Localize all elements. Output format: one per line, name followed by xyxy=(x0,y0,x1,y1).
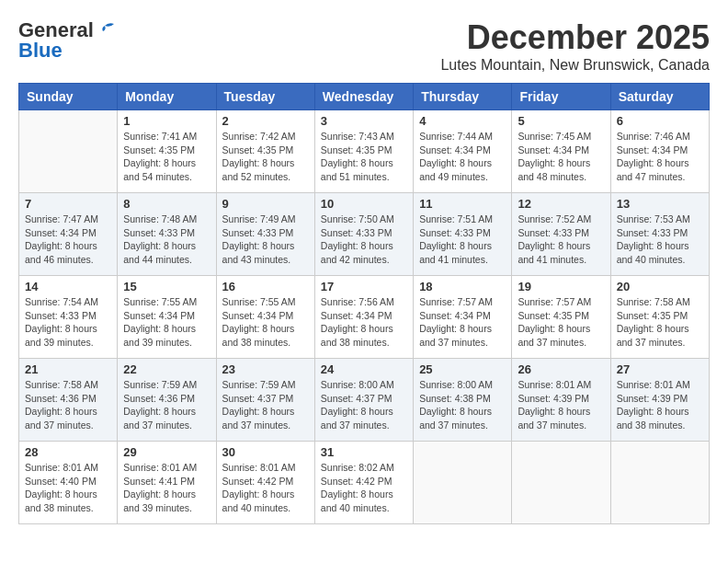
calendar-week-row: 1Sunrise: 7:41 AM Sunset: 4:35 PM Daylig… xyxy=(19,110,710,193)
calendar-cell: 10Sunrise: 7:50 AM Sunset: 4:33 PM Dayli… xyxy=(314,193,413,276)
day-info: Sunrise: 7:49 AM Sunset: 4:33 PM Dayligh… xyxy=(222,213,309,267)
calendar-cell: 1Sunrise: 7:41 AM Sunset: 4:35 PM Daylig… xyxy=(118,110,216,193)
day-number: 4 xyxy=(419,114,506,128)
calendar-cell: 19Sunrise: 7:57 AM Sunset: 4:35 PM Dayli… xyxy=(512,276,610,359)
day-info: Sunrise: 7:55 AM Sunset: 4:34 PM Dayligh… xyxy=(222,295,309,350)
day-info: Sunrise: 7:42 AM Sunset: 4:35 PM Dayligh… xyxy=(222,130,309,184)
calendar-cell: 5Sunrise: 7:45 AM Sunset: 4:34 PM Daylig… xyxy=(512,110,610,193)
day-number: 17 xyxy=(321,280,407,293)
calendar-week-row: 7Sunrise: 7:47 AM Sunset: 4:34 PM Daylig… xyxy=(19,193,710,276)
calendar-cell: 17Sunrise: 7:56 AM Sunset: 4:34 PM Dayli… xyxy=(314,276,413,359)
day-number: 3 xyxy=(321,114,407,128)
day-number: 30 xyxy=(222,445,309,459)
day-number: 26 xyxy=(518,362,604,376)
day-number: 25 xyxy=(419,362,506,376)
calendar-cell xyxy=(610,442,709,524)
calendar-cell: 2Sunrise: 7:42 AM Sunset: 4:35 PM Daylig… xyxy=(216,110,314,193)
day-number: 27 xyxy=(617,362,703,376)
calendar-cell: 3Sunrise: 7:43 AM Sunset: 4:35 PM Daylig… xyxy=(314,110,413,193)
day-number: 29 xyxy=(123,445,210,459)
day-info: Sunrise: 7:58 AM Sunset: 4:35 PM Dayligh… xyxy=(617,295,703,350)
day-info: Sunrise: 8:01 AM Sunset: 4:39 PM Dayligh… xyxy=(617,378,703,432)
day-info: Sunrise: 8:00 AM Sunset: 4:38 PM Dayligh… xyxy=(419,378,506,432)
day-info: Sunrise: 7:41 AM Sunset: 4:35 PM Dayligh… xyxy=(123,130,210,184)
day-number: 5 xyxy=(518,114,604,128)
day-number: 10 xyxy=(321,197,407,211)
day-info: Sunrise: 7:54 AM Sunset: 4:33 PM Dayligh… xyxy=(25,295,111,350)
calendar-title-section: December 2025 Lutes Mountain, New Brunsw… xyxy=(440,18,710,74)
calendar-cell: 6Sunrise: 7:46 AM Sunset: 4:34 PM Daylig… xyxy=(610,110,709,193)
calendar-cell xyxy=(19,110,118,193)
calendar-cell: 23Sunrise: 7:59 AM Sunset: 4:37 PM Dayli… xyxy=(216,359,314,442)
day-info: Sunrise: 7:44 AM Sunset: 4:34 PM Dayligh… xyxy=(419,130,506,184)
calendar-cell: 22Sunrise: 7:59 AM Sunset: 4:36 PM Dayli… xyxy=(118,359,216,442)
calendar-cell: 27Sunrise: 8:01 AM Sunset: 4:39 PM Dayli… xyxy=(610,359,709,442)
calendar-cell: 14Sunrise: 7:54 AM Sunset: 4:33 PM Dayli… xyxy=(19,276,118,359)
calendar-cell xyxy=(414,442,512,524)
calendar-week-row: 14Sunrise: 7:54 AM Sunset: 4:33 PM Dayli… xyxy=(19,276,710,359)
calendar-cell: 15Sunrise: 7:55 AM Sunset: 4:34 PM Dayli… xyxy=(118,276,216,359)
day-info: Sunrise: 7:50 AM Sunset: 4:33 PM Dayligh… xyxy=(321,213,407,267)
page-header: General Blue December 2025 Lutes Mountai… xyxy=(18,18,710,74)
header-friday: Friday xyxy=(512,84,610,110)
header-wednesday: Wednesday xyxy=(314,84,413,110)
calendar-cell: 26Sunrise: 8:01 AM Sunset: 4:39 PM Dayli… xyxy=(512,359,610,442)
day-info: Sunrise: 7:47 AM Sunset: 4:34 PM Dayligh… xyxy=(25,213,111,267)
header-saturday: Saturday xyxy=(610,84,709,110)
calendar-cell: 13Sunrise: 7:53 AM Sunset: 4:33 PM Dayli… xyxy=(610,193,709,276)
day-info: Sunrise: 8:01 AM Sunset: 4:41 PM Dayligh… xyxy=(123,461,210,515)
day-number: 14 xyxy=(25,280,111,293)
calendar-cell: 28Sunrise: 8:01 AM Sunset: 4:40 PM Dayli… xyxy=(19,442,118,524)
calendar-cell: 18Sunrise: 7:57 AM Sunset: 4:34 PM Dayli… xyxy=(414,276,512,359)
day-number: 28 xyxy=(25,445,111,459)
calendar-cell: 21Sunrise: 7:58 AM Sunset: 4:36 PM Dayli… xyxy=(19,359,118,442)
header-thursday: Thursday xyxy=(414,84,512,110)
day-info: Sunrise: 7:57 AM Sunset: 4:34 PM Dayligh… xyxy=(419,295,506,350)
day-number: 7 xyxy=(25,197,111,211)
logo-bird-icon xyxy=(96,22,116,39)
calendar-cell: 4Sunrise: 7:44 AM Sunset: 4:34 PM Daylig… xyxy=(414,110,512,193)
calendar-cell: 12Sunrise: 7:52 AM Sunset: 4:33 PM Dayli… xyxy=(512,193,610,276)
day-number: 15 xyxy=(123,280,210,293)
calendar-cell xyxy=(512,442,610,524)
day-info: Sunrise: 8:00 AM Sunset: 4:37 PM Dayligh… xyxy=(321,378,407,432)
day-info: Sunrise: 7:45 AM Sunset: 4:34 PM Dayligh… xyxy=(518,130,604,184)
day-info: Sunrise: 8:01 AM Sunset: 4:39 PM Dayligh… xyxy=(518,378,604,432)
day-number: 6 xyxy=(617,114,703,128)
day-number: 31 xyxy=(321,445,407,459)
calendar-cell: 31Sunrise: 8:02 AM Sunset: 4:42 PM Dayli… xyxy=(314,442,413,524)
calendar-cell: 30Sunrise: 8:01 AM Sunset: 4:42 PM Dayli… xyxy=(216,442,314,524)
day-info: Sunrise: 7:52 AM Sunset: 4:33 PM Dayligh… xyxy=(518,213,604,267)
logo: General Blue xyxy=(18,18,118,63)
day-number: 13 xyxy=(617,197,703,211)
day-number: 9 xyxy=(222,197,309,211)
day-info: Sunrise: 7:43 AM Sunset: 4:35 PM Dayligh… xyxy=(321,130,407,184)
calendar-table: SundayMondayTuesdayWednesdayThursdayFrid… xyxy=(18,83,710,524)
calendar-cell: 20Sunrise: 7:58 AM Sunset: 4:35 PM Dayli… xyxy=(610,276,709,359)
day-info: Sunrise: 7:56 AM Sunset: 4:34 PM Dayligh… xyxy=(321,295,407,350)
header-tuesday: Tuesday xyxy=(216,84,314,110)
day-number: 22 xyxy=(123,362,210,376)
day-info: Sunrise: 8:02 AM Sunset: 4:42 PM Dayligh… xyxy=(321,461,407,515)
day-number: 18 xyxy=(419,280,506,293)
calendar-cell: 16Sunrise: 7:55 AM Sunset: 4:34 PM Dayli… xyxy=(216,276,314,359)
day-info: Sunrise: 7:46 AM Sunset: 4:34 PM Dayligh… xyxy=(617,130,703,184)
location-subtitle: Lutes Mountain, New Brunswick, Canada xyxy=(440,57,710,74)
day-info: Sunrise: 7:48 AM Sunset: 4:33 PM Dayligh… xyxy=(123,213,210,267)
month-year-title: December 2025 xyxy=(440,18,710,57)
day-number: 2 xyxy=(222,114,309,128)
day-info: Sunrise: 7:59 AM Sunset: 4:36 PM Dayligh… xyxy=(123,378,210,432)
calendar-cell: 29Sunrise: 8:01 AM Sunset: 4:41 PM Dayli… xyxy=(118,442,216,524)
calendar-week-row: 28Sunrise: 8:01 AM Sunset: 4:40 PM Dayli… xyxy=(19,442,710,524)
day-info: Sunrise: 7:51 AM Sunset: 4:33 PM Dayligh… xyxy=(419,213,506,267)
day-number: 21 xyxy=(25,362,111,376)
day-number: 20 xyxy=(617,280,703,293)
calendar-cell: 7Sunrise: 7:47 AM Sunset: 4:34 PM Daylig… xyxy=(19,193,118,276)
day-number: 11 xyxy=(419,197,506,211)
day-number: 24 xyxy=(321,362,407,376)
day-info: Sunrise: 8:01 AM Sunset: 4:42 PM Dayligh… xyxy=(222,461,309,515)
header-sunday: Sunday xyxy=(19,84,118,110)
day-number: 19 xyxy=(518,280,604,293)
day-info: Sunrise: 7:57 AM Sunset: 4:35 PM Dayligh… xyxy=(518,295,604,350)
day-info: Sunrise: 7:58 AM Sunset: 4:36 PM Dayligh… xyxy=(25,378,111,432)
